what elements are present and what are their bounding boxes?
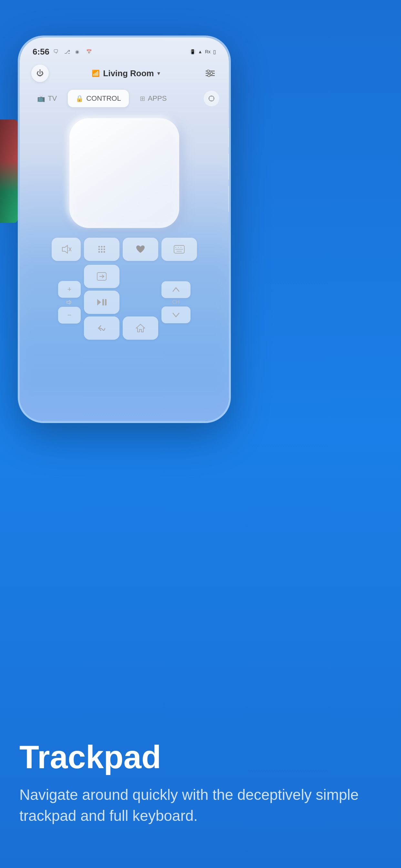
settings-button[interactable] xyxy=(203,66,217,81)
svg-point-15 xyxy=(101,246,103,248)
power-icon: ⏻ xyxy=(36,69,43,78)
svg-marker-30 xyxy=(67,300,70,304)
volume-icon xyxy=(66,300,72,305)
channel-down-button[interactable] xyxy=(161,306,190,323)
numpad-icon xyxy=(97,245,106,254)
svg-point-17 xyxy=(98,249,100,250)
svg-point-3 xyxy=(207,70,210,72)
center-controls xyxy=(84,265,120,340)
back-icon xyxy=(97,324,106,332)
svg-marker-11 xyxy=(62,245,67,253)
crosshair-icon xyxy=(208,95,215,102)
apps-tab-icon: ⊞ xyxy=(140,95,145,102)
favorite-button[interactable] xyxy=(123,238,158,261)
svg-point-19 xyxy=(104,249,105,250)
trackpad-section[interactable] xyxy=(20,112,229,235)
trackpad-pad[interactable] xyxy=(69,118,179,228)
wifi-status-icon: ▲ xyxy=(198,49,203,54)
status-bar: 6:56 🗨 ⎇ ◉ 📅 📳 ▲ Rx ▯ xyxy=(20,37,229,60)
tab-tv-label: TV xyxy=(48,94,57,103)
filter-icon xyxy=(206,70,215,77)
play-pause-button[interactable] xyxy=(84,290,120,314)
channel-down-icon xyxy=(172,312,180,317)
tab-tv[interactable]: 📺 TV xyxy=(29,90,65,107)
input-button[interactable] xyxy=(84,265,120,288)
phone-fade-overlay xyxy=(20,350,229,421)
svg-point-20 xyxy=(98,251,100,253)
svg-point-22 xyxy=(104,251,105,253)
tab-control-label: CONTROL xyxy=(86,94,121,103)
mute-icon xyxy=(61,245,71,254)
channel-group: CH xyxy=(161,281,190,323)
room-selector[interactable]: 📶 Living Room ▾ xyxy=(92,68,160,79)
svg-rect-34 xyxy=(105,299,106,306)
volume-up-button[interactable]: + xyxy=(58,281,81,298)
home-button[interactable] xyxy=(123,316,158,340)
calendar-icon: 📅 xyxy=(86,49,93,54)
mute-button[interactable] xyxy=(52,238,81,261)
play-pause-icon xyxy=(96,299,107,306)
spacer-1 xyxy=(123,265,158,288)
tab-more-button[interactable] xyxy=(204,91,219,106)
phone-frame: 6:56 🗨 ⎇ ◉ 📅 📳 ▲ Rx ▯ ⏻ 📶 Living Room ▾ xyxy=(18,35,231,423)
message-icon: 🗨 xyxy=(53,49,60,54)
back-button[interactable] xyxy=(84,316,120,340)
keyboard-icon xyxy=(174,245,185,253)
side-button-1[interactable] xyxy=(228,128,231,147)
side-button-2[interactable] xyxy=(228,154,231,180)
room-name-label: Living Room xyxy=(103,68,154,79)
spacer-2 xyxy=(123,290,158,314)
app-header: ⏻ 📶 Living Room ▾ xyxy=(20,61,229,85)
svg-marker-32 xyxy=(97,299,101,306)
volume-group: + − xyxy=(58,281,81,323)
control-tab-icon: 🔒 xyxy=(75,95,84,102)
channel-up-icon xyxy=(172,287,180,292)
controls-main-section: + − xyxy=(20,262,229,342)
home-controls xyxy=(123,265,158,340)
svg-point-18 xyxy=(101,249,103,250)
svg-rect-33 xyxy=(102,299,104,306)
channel-label: CH xyxy=(172,299,180,305)
phone-screen: 6:56 🗨 ⎇ ◉ 📅 📳 ▲ Rx ▯ ⏻ 📶 Living Room ▾ xyxy=(20,37,229,421)
svg-marker-35 xyxy=(136,324,145,332)
tab-control[interactable]: 🔒 CONTROL xyxy=(68,90,129,107)
svg-point-4 xyxy=(211,72,213,74)
svg-point-6 xyxy=(209,96,214,101)
svg-point-14 xyxy=(98,246,100,248)
volume-down-button[interactable]: − xyxy=(58,307,81,323)
keyboard-button[interactable] xyxy=(161,238,197,261)
signal-icon: Rx xyxy=(205,49,211,54)
channel-up-button[interactable] xyxy=(161,281,190,298)
svg-point-5 xyxy=(208,74,210,77)
status-right-icons: 📳 ▲ Rx ▯ xyxy=(190,49,216,55)
battery-icon: ▯ xyxy=(213,49,216,55)
vibrate-icon: 📳 xyxy=(190,49,195,54)
tabs-row: 📺 TV 🔒 CONTROL ⊞ APPS xyxy=(20,85,229,112)
description-text: Navigate around quickly with the decepti… xyxy=(19,784,382,826)
side-button-3[interactable] xyxy=(228,186,231,212)
svg-point-16 xyxy=(104,246,105,248)
heart-icon xyxy=(135,245,145,254)
status-time: 6:56 xyxy=(33,47,50,57)
left-peek-overlay xyxy=(0,120,18,223)
usb-icon: ⎇ xyxy=(64,49,71,54)
tv-tab-icon: 📺 xyxy=(37,95,45,102)
controls-row-1 xyxy=(20,237,229,262)
numpad-button[interactable] xyxy=(84,238,120,261)
headline-text: Trackpad xyxy=(19,739,382,775)
volume-down-icon: − xyxy=(67,311,72,319)
tab-apps-label: APPS xyxy=(148,94,167,103)
svg-point-21 xyxy=(101,251,103,253)
tab-apps[interactable]: ⊞ APPS xyxy=(132,90,175,107)
record-icon: ◉ xyxy=(75,49,82,54)
home-icon xyxy=(135,323,145,333)
input-icon xyxy=(97,272,106,281)
power-button[interactable]: ⏻ xyxy=(31,65,49,82)
chevron-down-icon: ▾ xyxy=(157,70,160,77)
volume-up-icon: + xyxy=(67,285,72,293)
wifi-icon: 📶 xyxy=(92,69,100,77)
bottom-section: Trackpad Navigate around quickly with th… xyxy=(19,739,382,826)
